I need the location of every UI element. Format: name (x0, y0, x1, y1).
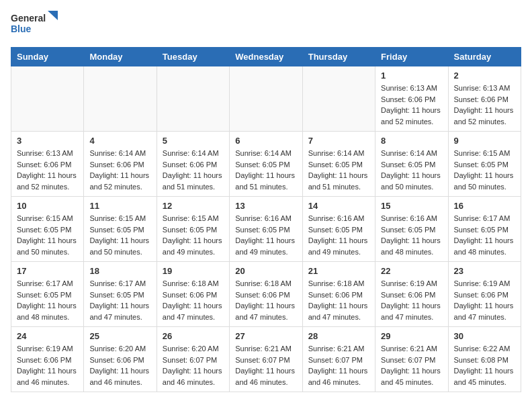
day-number: 5 (163, 136, 224, 146)
logo: General Blue (11, 11, 58, 39)
day-info: Sunrise: 6:18 AM Sunset: 6:06 PM Dayligh… (308, 278, 369, 322)
day-info: Sunrise: 6:21 AM Sunset: 6:07 PM Dayligh… (235, 343, 296, 387)
day-info: Sunrise: 6:19 AM Sunset: 6:06 PM Dayligh… (17, 343, 78, 387)
weekday-header-sunday: Sunday (11, 48, 84, 66)
weekday-header-thursday: Thursday (302, 48, 375, 66)
day-info: Sunrise: 6:18 AM Sunset: 6:06 PM Dayligh… (235, 278, 296, 322)
calendar-cell: 5Sunrise: 6:14 AM Sunset: 6:06 PM Daylig… (157, 132, 229, 197)
calendar-cell: 1Sunrise: 6:13 AM Sunset: 6:06 PM Daylig… (375, 66, 448, 132)
day-number: 1 (381, 71, 442, 81)
day-number: 26 (163, 331, 224, 341)
day-info: Sunrise: 6:22 AM Sunset: 6:08 PM Dayligh… (454, 343, 515, 387)
weekday-header-tuesday: Tuesday (157, 48, 229, 66)
calendar-cell: 23Sunrise: 6:19 AM Sunset: 6:06 PM Dayli… (448, 262, 521, 327)
calendar-cell: 2Sunrise: 6:13 AM Sunset: 6:06 PM Daylig… (448, 66, 521, 132)
day-info: Sunrise: 6:16 AM Sunset: 6:05 PM Dayligh… (235, 213, 296, 257)
day-number: 8 (381, 136, 442, 146)
calendar-week-2: 3Sunrise: 6:13 AM Sunset: 6:06 PM Daylig… (11, 132, 521, 197)
calendar-cell: 6Sunrise: 6:14 AM Sunset: 6:05 PM Daylig… (230, 132, 302, 197)
calendar-week-3: 10Sunrise: 6:15 AM Sunset: 6:05 PM Dayli… (11, 197, 521, 262)
day-info: Sunrise: 6:13 AM Sunset: 6:06 PM Dayligh… (454, 83, 515, 127)
calendar-cell: 11Sunrise: 6:15 AM Sunset: 6:05 PM Dayli… (84, 197, 157, 262)
calendar-body: 1Sunrise: 6:13 AM Sunset: 6:06 PM Daylig… (11, 66, 521, 392)
calendar-cell: 30Sunrise: 6:22 AM Sunset: 6:08 PM Dayli… (448, 327, 521, 392)
day-info: Sunrise: 6:21 AM Sunset: 6:07 PM Dayligh… (381, 343, 442, 387)
day-number: 10 (17, 201, 78, 211)
day-info: Sunrise: 6:15 AM Sunset: 6:05 PM Dayligh… (89, 213, 150, 257)
calendar-cell: 22Sunrise: 6:19 AM Sunset: 6:06 PM Dayli… (375, 262, 448, 327)
day-info: Sunrise: 6:14 AM Sunset: 6:05 PM Dayligh… (308, 148, 369, 192)
day-number: 21 (308, 266, 369, 276)
svg-text:General: General (11, 13, 46, 24)
day-info: Sunrise: 6:17 AM Sunset: 6:05 PM Dayligh… (89, 278, 150, 322)
day-info: Sunrise: 6:14 AM Sunset: 6:05 PM Dayligh… (381, 148, 442, 192)
calendar-cell: 28Sunrise: 6:21 AM Sunset: 6:07 PM Dayli… (302, 327, 375, 392)
day-number: 27 (235, 331, 296, 341)
day-info: Sunrise: 6:16 AM Sunset: 6:05 PM Dayligh… (381, 213, 442, 257)
calendar-header: SundayMondayTuesdayWednesdayThursdayFrid… (11, 48, 521, 66)
day-info: Sunrise: 6:15 AM Sunset: 6:05 PM Dayligh… (17, 213, 78, 257)
calendar-cell: 10Sunrise: 6:15 AM Sunset: 6:05 PM Dayli… (11, 197, 84, 262)
day-number: 14 (308, 201, 369, 211)
day-number: 20 (235, 266, 296, 276)
day-info: Sunrise: 6:17 AM Sunset: 6:05 PM Dayligh… (17, 278, 78, 322)
calendar-cell: 3Sunrise: 6:13 AM Sunset: 6:06 PM Daylig… (11, 132, 84, 197)
page-header: General Blue (11, 11, 521, 39)
calendar-cell: 12Sunrise: 6:15 AM Sunset: 6:05 PM Dayli… (157, 197, 229, 262)
calendar-cell: 9Sunrise: 6:15 AM Sunset: 6:05 PM Daylig… (448, 132, 521, 197)
calendar-cell: 15Sunrise: 6:16 AM Sunset: 6:05 PM Dayli… (375, 197, 448, 262)
calendar-cell: 16Sunrise: 6:17 AM Sunset: 6:05 PM Dayli… (448, 197, 521, 262)
day-info: Sunrise: 6:20 AM Sunset: 6:06 PM Dayligh… (89, 343, 150, 387)
day-number: 17 (17, 266, 78, 276)
calendar-cell (230, 66, 302, 132)
svg-text:Blue: Blue (11, 24, 32, 34)
day-number: 3 (17, 136, 78, 146)
day-number: 18 (89, 266, 150, 276)
day-number: 22 (381, 266, 442, 276)
day-number: 7 (308, 136, 369, 146)
calendar-cell: 25Sunrise: 6:20 AM Sunset: 6:06 PM Dayli… (84, 327, 157, 392)
weekday-header-row: SundayMondayTuesdayWednesdayThursdayFrid… (11, 48, 521, 66)
day-number: 25 (89, 331, 150, 341)
day-number: 9 (454, 136, 515, 146)
calendar-week-1: 1Sunrise: 6:13 AM Sunset: 6:06 PM Daylig… (11, 66, 521, 132)
calendar-cell: 14Sunrise: 6:16 AM Sunset: 6:05 PM Dayli… (302, 197, 375, 262)
day-info: Sunrise: 6:14 AM Sunset: 6:06 PM Dayligh… (89, 148, 150, 192)
calendar-cell (84, 66, 157, 132)
calendar-week-4: 17Sunrise: 6:17 AM Sunset: 6:05 PM Dayli… (11, 262, 521, 327)
day-info: Sunrise: 6:13 AM Sunset: 6:06 PM Dayligh… (17, 148, 78, 192)
svg-marker-2 (48, 11, 58, 20)
calendar-week-5: 24Sunrise: 6:19 AM Sunset: 6:06 PM Dayli… (11, 327, 521, 392)
calendar-cell: 21Sunrise: 6:18 AM Sunset: 6:06 PM Dayli… (302, 262, 375, 327)
day-number: 6 (235, 136, 296, 146)
day-info: Sunrise: 6:14 AM Sunset: 6:05 PM Dayligh… (235, 148, 296, 192)
day-number: 2 (454, 71, 515, 81)
calendar-cell: 27Sunrise: 6:21 AM Sunset: 6:07 PM Dayli… (230, 327, 302, 392)
day-number: 4 (89, 136, 150, 146)
calendar-cell: 24Sunrise: 6:19 AM Sunset: 6:06 PM Dayli… (11, 327, 84, 392)
day-number: 24 (17, 331, 78, 341)
day-number: 15 (381, 201, 442, 211)
day-info: Sunrise: 6:16 AM Sunset: 6:05 PM Dayligh… (308, 213, 369, 257)
calendar-cell: 13Sunrise: 6:16 AM Sunset: 6:05 PM Dayli… (230, 197, 302, 262)
weekday-header-wednesday: Wednesday (230, 48, 302, 66)
calendar-cell: 19Sunrise: 6:18 AM Sunset: 6:06 PM Dayli… (157, 262, 229, 327)
calendar-table: SundayMondayTuesdayWednesdayThursdayFrid… (11, 47, 521, 392)
day-info: Sunrise: 6:17 AM Sunset: 6:05 PM Dayligh… (454, 213, 515, 257)
day-number: 16 (454, 201, 515, 211)
day-info: Sunrise: 6:15 AM Sunset: 6:05 PM Dayligh… (163, 213, 224, 257)
day-info: Sunrise: 6:13 AM Sunset: 6:06 PM Dayligh… (381, 83, 442, 127)
calendar-cell: 18Sunrise: 6:17 AM Sunset: 6:05 PM Dayli… (84, 262, 157, 327)
day-number: 12 (163, 201, 224, 211)
day-info: Sunrise: 6:19 AM Sunset: 6:06 PM Dayligh… (454, 278, 515, 322)
calendar-cell (11, 66, 84, 132)
logo-svg: General Blue (11, 11, 58, 39)
day-number: 30 (454, 331, 515, 341)
weekday-header-saturday: Saturday (448, 48, 521, 66)
day-info: Sunrise: 6:18 AM Sunset: 6:06 PM Dayligh… (163, 278, 224, 322)
day-info: Sunrise: 6:21 AM Sunset: 6:07 PM Dayligh… (308, 343, 369, 387)
day-info: Sunrise: 6:20 AM Sunset: 6:07 PM Dayligh… (163, 343, 224, 387)
weekday-header-friday: Friday (375, 48, 448, 66)
day-number: 19 (163, 266, 224, 276)
calendar-cell (302, 66, 375, 132)
